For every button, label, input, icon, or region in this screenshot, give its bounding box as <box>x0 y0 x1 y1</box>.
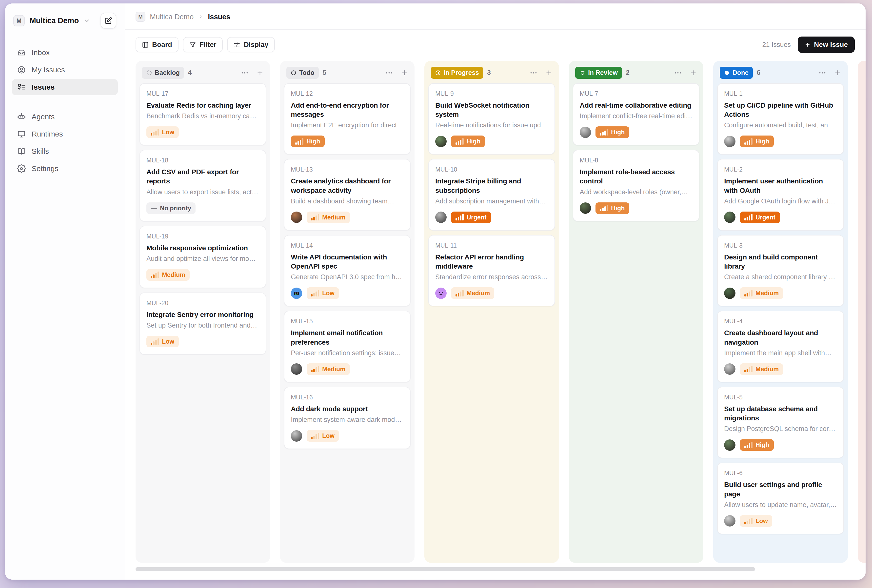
issue-card-mul-6[interactable]: MUL-6Build user settings and profile pag… <box>717 463 844 534</box>
column-partial <box>858 61 866 563</box>
column-actions <box>529 69 552 77</box>
issue-footer: Low <box>146 336 259 347</box>
issue-footer: High <box>291 135 404 147</box>
column-add-icon[interactable] <box>401 69 408 76</box>
new-issue-button[interactable]: New Issue <box>798 36 855 53</box>
breadcrumb-page: Issues <box>208 13 230 21</box>
issue-description: Implement conflict-free real-time editin… <box>580 112 692 120</box>
issue-title: Add dark mode support <box>291 404 404 414</box>
workspace-switcher[interactable]: M Multica Demo <box>14 15 90 26</box>
issue-id: MUL-4 <box>724 318 837 325</box>
horizontal-scrollbar[interactable] <box>135 567 755 571</box>
issue-card-mul-16[interactable]: MUL-16Add dark mode supportImplement sys… <box>284 387 411 449</box>
issue-title: Add real-time collaborative editing <box>580 101 692 110</box>
column-add-icon[interactable] <box>834 69 841 76</box>
issue-title: Add CSV and PDF export for reports <box>146 167 259 186</box>
column-count: 6 <box>757 69 760 76</box>
sidebar-item-skills[interactable]: Skills <box>12 143 118 159</box>
column-add-icon[interactable] <box>690 69 697 76</box>
issue-card-mul-19[interactable]: MUL-19Mobile responsive optimizationAudi… <box>140 226 266 288</box>
column-add-icon[interactable] <box>256 69 264 76</box>
sidebar-item-settings[interactable]: Settings <box>12 160 118 177</box>
robot-icon <box>17 112 26 121</box>
column-menu-icon[interactable] <box>240 69 249 77</box>
issue-card-mul-12[interactable]: MUL-12Add end-to-end encryption for mess… <box>284 83 411 154</box>
issue-description: Implement E2E encryption for direct… <box>291 122 404 129</box>
priority-bars-icon <box>311 214 319 220</box>
issue-description: Add subscription management with… <box>435 198 548 205</box>
issue-card-mul-1[interactable]: MUL-1Set up CI/CD pipeline with GitHub A… <box>717 83 844 154</box>
priority-bars-icon <box>744 518 752 524</box>
status-pill-inreview: In Review <box>575 67 622 79</box>
column-cards: MUL-17Evaluate Redis for caching layerBe… <box>135 83 270 358</box>
column-add-icon[interactable] <box>545 69 552 76</box>
status-label: Done <box>732 69 749 76</box>
issue-id: MUL-7 <box>580 90 692 97</box>
issue-description: Implement system-aware dark mode… <box>291 416 404 424</box>
desktop-background: M Multica Demo InboxMy IssuesIssues Agen… <box>0 0 872 588</box>
issue-footer: High <box>435 135 548 147</box>
sidebar-item-runtimes[interactable]: Runtimes <box>12 126 118 142</box>
issue-card-mul-15[interactable]: MUL-15Implement email notification prefe… <box>284 311 411 382</box>
breadcrumb-workspace[interactable]: Multica Demo <box>150 13 194 21</box>
issue-card-mul-11[interactable]: MUL-11Refactor API error handling middle… <box>428 235 555 306</box>
sidebar-item-label: Inbox <box>32 48 50 57</box>
issue-card-mul-3[interactable]: MUL-3Design and build component libraryC… <box>717 235 844 306</box>
sidebar-item-label: Runtimes <box>32 130 63 138</box>
sidebar-item-my-issues[interactable]: My Issues <box>12 62 118 78</box>
priority-bars-icon <box>151 129 159 135</box>
issue-description: Per-user notification settings: issue… <box>291 349 404 357</box>
workspace-row: M Multica Demo <box>12 13 118 28</box>
compose-button[interactable] <box>101 13 116 28</box>
issue-description: Configure automated build, test, and… <box>724 122 837 129</box>
priority-badge: Urgent <box>451 212 491 223</box>
issue-card-mul-14[interactable]: MUL-14Write API documentation with OpenA… <box>284 235 411 306</box>
issue-footer: Urgent <box>724 212 837 223</box>
priority-bars-icon <box>311 290 319 297</box>
assignee-avatar <box>724 288 735 299</box>
priority-badge: Low <box>307 430 339 442</box>
sidebar-item-inbox[interactable]: Inbox <box>12 44 118 61</box>
filter-button[interactable]: Filter <box>183 37 223 52</box>
column-actions <box>385 69 408 77</box>
display-button[interactable]: Display <box>227 37 275 52</box>
sidebar-item-issues[interactable]: Issues <box>12 79 118 95</box>
issue-card-mul-10[interactable]: MUL-10Integrate Stripe billing and subsc… <box>428 159 555 230</box>
sidebar-nav-primary: InboxMy IssuesIssues <box>12 44 118 95</box>
issue-card-mul-2[interactable]: MUL-2Implement user authentication with … <box>717 159 844 230</box>
status-pill-done: Done <box>720 67 753 79</box>
issue-card-mul-13[interactable]: MUL-13Create analytics dashboard for wor… <box>284 159 411 230</box>
issue-title: Integrate Stripe billing and subscriptio… <box>435 177 548 195</box>
issues-count: 21 Issues <box>762 41 791 49</box>
column-menu-icon[interactable] <box>529 69 538 77</box>
issue-footer: Medium <box>291 212 404 223</box>
chevron-down-icon <box>84 18 90 24</box>
issue-title: Set up database schema and migrations <box>724 404 837 423</box>
issue-title: Create dashboard layout and navigation <box>724 328 837 346</box>
issue-card-mul-8[interactable]: MUL-8Implement role-based access control… <box>573 150 699 221</box>
button-label: Display <box>244 41 269 49</box>
column-done: Done6MUL-1Set up CI/CD pipeline with Git… <box>713 61 848 563</box>
issue-card-mul-20[interactable]: MUL-20Integrate Sentry error monitoringS… <box>140 292 266 355</box>
priority-bars-icon <box>456 138 464 145</box>
board-button[interactable]: Board <box>135 37 179 52</box>
sidebar-item-agents[interactable]: Agents <box>12 109 118 125</box>
column-menu-icon[interactable] <box>674 69 682 77</box>
issue-card-mul-17[interactable]: MUL-17Evaluate Redis for caching layerBe… <box>140 83 266 146</box>
issue-card-mul-18[interactable]: MUL-18Add CSV and PDF export for reports… <box>140 150 266 221</box>
breadcrumb: M Multica Demo Issues <box>125 3 866 30</box>
column-menu-icon[interactable] <box>818 69 827 77</box>
column-menu-icon[interactable] <box>385 69 393 77</box>
column-cards: MUL-12Add end-to-end encryption for mess… <box>280 83 414 453</box>
issue-card-mul-4[interactable]: MUL-4Create dashboard layout and navigat… <box>717 311 844 382</box>
issue-card-mul-5[interactable]: MUL-5Set up database schema and migratio… <box>717 387 844 458</box>
priority-badge: Medium <box>307 363 350 375</box>
issue-card-mul-9[interactable]: MUL-9Build WebSocket notification system… <box>428 83 555 154</box>
issue-footer: Medium <box>146 269 259 280</box>
column-inreview: In Review2MUL-7Add real-time collaborati… <box>569 61 703 563</box>
issue-footer: —No priority <box>146 202 259 214</box>
user-icon <box>17 66 26 74</box>
issue-description: Real-time notifications for issue update… <box>435 122 548 129</box>
issue-title: Implement user authentication with OAuth <box>724 177 837 195</box>
issue-card-mul-7[interactable]: MUL-7Add real-time collaborative editing… <box>573 83 699 146</box>
